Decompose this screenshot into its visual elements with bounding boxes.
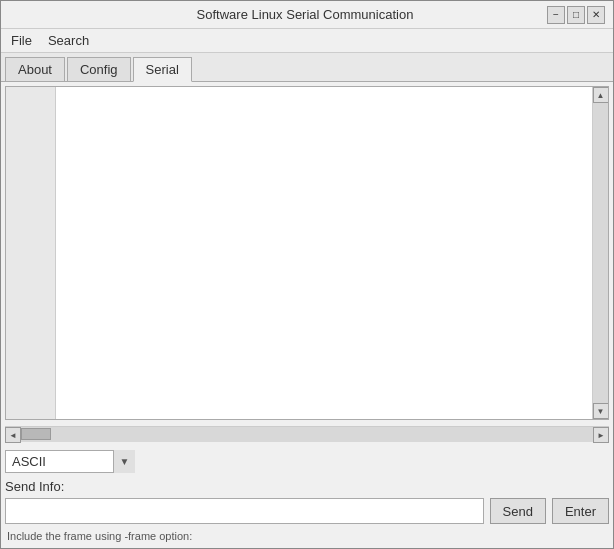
vertical-scrollbar: ▲ ▼ bbox=[592, 87, 608, 419]
title-bar: Software Linux Serial Communication − □ … bbox=[1, 1, 613, 29]
encoding-row: ASCII HEX UTF-8 ▼ bbox=[5, 450, 609, 473]
scroll-v-track bbox=[593, 103, 608, 403]
tab-config[interactable]: Config bbox=[67, 57, 131, 81]
scroll-down-button[interactable]: ▼ bbox=[593, 403, 609, 419]
left-panel bbox=[6, 87, 56, 419]
send-text-input[interactable] bbox=[5, 498, 484, 524]
enter-button[interactable]: Enter bbox=[552, 498, 609, 524]
tab-serial[interactable]: Serial bbox=[133, 57, 192, 82]
menu-search[interactable]: Search bbox=[42, 31, 95, 50]
send-info-row: Send Info: bbox=[5, 479, 609, 494]
text-area-wrapper[interactable] bbox=[56, 87, 592, 419]
scroll-right-button[interactable]: ► bbox=[593, 427, 609, 443]
bottom-controls: ASCII HEX UTF-8 ▼ Send Info: Send Enter … bbox=[5, 448, 609, 544]
send-input-row: Send Enter bbox=[5, 498, 609, 524]
restore-button[interactable]: □ bbox=[567, 6, 585, 24]
encoding-select[interactable]: ASCII HEX UTF-8 bbox=[5, 450, 135, 473]
window-title: Software Linux Serial Communication bbox=[63, 7, 547, 22]
send-info-label: Send Info: bbox=[5, 479, 64, 494]
close-button[interactable]: ✕ bbox=[587, 6, 605, 24]
tab-bar: About Config Serial bbox=[1, 53, 613, 82]
encoding-select-wrapper: ASCII HEX UTF-8 ▼ bbox=[5, 450, 135, 473]
horizontal-scrollbar: ◄ ► bbox=[5, 426, 609, 442]
scroll-h-thumb[interactable] bbox=[21, 428, 51, 440]
tab-about[interactable]: About bbox=[5, 57, 65, 81]
send-button[interactable]: Send bbox=[490, 498, 546, 524]
scroll-left-button[interactable]: ◄ bbox=[5, 427, 21, 443]
minimize-button[interactable]: − bbox=[547, 6, 565, 24]
scroll-up-button[interactable]: ▲ bbox=[593, 87, 609, 103]
footer-text: Include the frame using -frame option: bbox=[5, 530, 609, 542]
title-buttons: − □ ✕ bbox=[547, 6, 605, 24]
menu-file[interactable]: File bbox=[5, 31, 38, 50]
serial-output-area: ▲ ▼ bbox=[5, 86, 609, 420]
menu-bar: File Search bbox=[1, 29, 613, 53]
main-window: Software Linux Serial Communication − □ … bbox=[0, 0, 614, 549]
main-content: ▲ ▼ ◄ ► ASCII HEX UTF-8 bbox=[1, 82, 613, 548]
scroll-h-track bbox=[21, 427, 593, 442]
